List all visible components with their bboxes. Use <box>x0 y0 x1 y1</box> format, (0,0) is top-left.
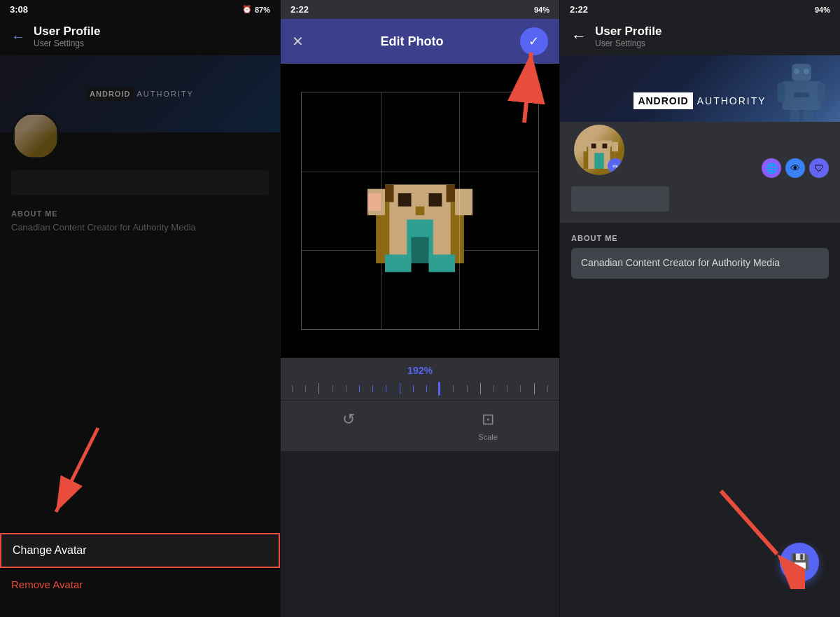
svg-rect-28 <box>794 92 809 97</box>
avatar-3: ✏ <box>571 122 627 178</box>
tick <box>305 385 306 392</box>
status-icons-2: 94% <box>534 6 550 14</box>
banner-logo-1: ANDROID AUTHORITY <box>86 88 194 100</box>
svg-rect-17 <box>368 193 381 211</box>
panel-user-profile-dark: 3:08 ⏰ 87% ← User Profile User Settings … <box>0 0 280 617</box>
zoom-area: 192% <box>281 358 559 400</box>
tick <box>520 385 521 392</box>
slider-ticks <box>292 383 548 394</box>
svg-rect-33 <box>594 153 604 169</box>
status-icons-3: 94% <box>815 6 830 14</box>
svg-rect-11 <box>412 237 429 264</box>
tick <box>534 383 535 394</box>
profile-section-3: ✏ 🌐 👁 🛡 <box>560 122 840 223</box>
svg-rect-12 <box>398 193 412 207</box>
tick <box>480 383 481 394</box>
zoom-percent: 192% <box>292 365 548 376</box>
zoom-slider[interactable] <box>292 382 548 396</box>
status-icons-1: ⏰ 87% <box>242 5 270 14</box>
svg-line-39 <box>721 491 777 554</box>
tick-active <box>413 385 414 392</box>
tick-active <box>426 385 427 392</box>
svg-rect-34 <box>592 144 596 148</box>
badge-purple: 🌐 <box>762 158 781 178</box>
svg-rect-16 <box>455 189 472 216</box>
svg-rect-19 <box>429 255 456 272</box>
svg-rect-18 <box>385 255 412 272</box>
svg-rect-13 <box>429 193 442 207</box>
svg-rect-22 <box>778 83 785 102</box>
header-bar-1: ← User Profile User Settings <box>0 19 280 55</box>
avatar-1 <box>11 111 60 160</box>
page-subtitle-3: User Settings <box>595 39 662 48</box>
scale-button[interactable]: ⊡ Scale <box>478 410 498 441</box>
scale-label: Scale <box>478 433 498 441</box>
arrow-2 <box>447 39 545 130</box>
logo-android-3: ANDROID <box>634 92 692 109</box>
about-section-1: ABOUT ME Canadian Content Creator for Au… <box>0 195 280 238</box>
svg-point-27 <box>804 69 809 74</box>
svg-rect-9 <box>447 185 456 202</box>
close-button[interactable]: ✕ <box>292 33 304 50</box>
status-bar-1: 3:08 ⏰ 87% <box>0 0 280 19</box>
avatar-row-3: ✏ 🌐 👁 🛡 <box>560 122 840 178</box>
rotate-icon: ↺ <box>342 410 355 429</box>
avatar-edit-badge[interactable]: ✏ <box>608 158 623 174</box>
tick <box>453 385 454 392</box>
arrow-3 <box>679 477 805 589</box>
back-button-3[interactable]: ← <box>571 27 587 46</box>
badge-blue: 👁 <box>785 158 805 178</box>
back-button-1[interactable]: ← <box>11 29 25 45</box>
username-bar-1 <box>11 170 269 195</box>
svg-line-3 <box>524 53 531 123</box>
change-avatar-box[interactable]: Change Avatar <box>0 533 280 568</box>
svg-point-26 <box>794 69 799 74</box>
header-bar-3: ← User Profile User Settings <box>560 19 840 55</box>
battery-3: 94% <box>815 6 830 14</box>
tick <box>493 385 494 392</box>
badge-row-3: 🌐 👁 🛡 <box>762 153 829 178</box>
logo-authority-3: AUTHORITY <box>697 95 766 106</box>
scale-icon: ⊡ <box>482 410 494 429</box>
time-1: 3:08 <box>10 4 28 15</box>
about-text-1: Canadian Content Creator for Authority M… <box>11 222 269 233</box>
battery-1: 87% <box>255 6 270 14</box>
tick <box>346 385 346 392</box>
tick <box>547 385 548 392</box>
svg-rect-35 <box>603 144 608 148</box>
bottom-toolbar: ↺ ⊡ Scale <box>281 400 559 451</box>
panel-user-profile-light: 2:22 94% ← User Profile User Settings AN… <box>560 0 840 617</box>
avatar-section-1 <box>0 111 280 160</box>
time-2: 2:22 <box>290 4 309 15</box>
avatar-pixel-art-1 <box>15 115 57 157</box>
svg-rect-36 <box>580 142 587 152</box>
header-text-1: User Profile User Settings <box>34 25 100 48</box>
tick <box>318 383 319 394</box>
page-title-3: User Profile <box>595 25 662 39</box>
tick <box>332 385 333 392</box>
about-label-1: ABOUT ME <box>11 209 269 218</box>
badge-indigo: 🛡 <box>809 158 829 178</box>
tick <box>467 385 468 392</box>
time-3: 2:22 <box>570 4 588 15</box>
about-section-3: ABOUT ME Canadian Content Creator for Au… <box>560 223 840 284</box>
status-bar-2: 2:22 94% <box>281 0 559 19</box>
pixel-art-character <box>350 141 490 281</box>
tick <box>292 385 293 392</box>
about-text-3: Canadian Content Creator for Authority M… <box>581 257 780 268</box>
banner-logo-3: ANDROID AUTHORITY <box>634 92 766 109</box>
slider-thumb[interactable] <box>438 382 440 396</box>
svg-rect-8 <box>385 185 394 202</box>
rotate-button[interactable]: ↺ <box>342 410 355 441</box>
tick-active <box>359 385 360 392</box>
svg-rect-37 <box>612 142 618 152</box>
change-avatar-label[interactable]: Change Avatar <box>13 544 87 556</box>
panel-edit-photo: 2:22 94% ✕ Edit Photo ✓ <box>280 0 560 617</box>
battery-2: 94% <box>534 6 550 14</box>
tick-active <box>372 385 373 392</box>
alarm-icon-1: ⏰ <box>242 5 252 14</box>
svg-rect-23 <box>818 83 825 102</box>
status-bar-3: 2:22 94% <box>560 0 840 19</box>
remove-avatar-button[interactable]: Remove Avatar <box>11 578 83 590</box>
logo-authority-1: AUTHORITY <box>136 90 194 98</box>
